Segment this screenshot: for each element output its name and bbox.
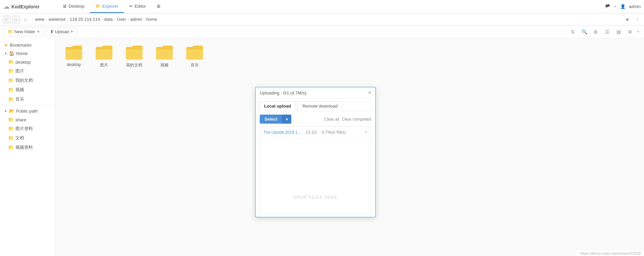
breadcrumb-home[interactable]: home xyxy=(146,17,157,22)
file-item-videos[interactable]: 视频 xyxy=(153,45,176,68)
breadcrumb-www[interactable]: www xyxy=(35,17,44,22)
home-button[interactable]: ⌂ xyxy=(21,15,30,23)
view-detail-icon[interactable]: ▤ xyxy=(614,27,623,37)
tab-explorer[interactable]: 📁 Explorer xyxy=(90,0,124,13)
flag-icon[interactable]: 🏴 xyxy=(605,4,610,9)
folder-icon: 📁 xyxy=(8,68,14,74)
sep4: › xyxy=(114,17,115,22)
breadcrumb-admin[interactable]: admin xyxy=(130,17,142,22)
explorer-icon: 📁 xyxy=(95,4,101,9)
sidebar-public[interactable]: ▼ 📂 Public path xyxy=(0,107,55,115)
sidebar-home[interactable]: ▼ 🏠 Home xyxy=(0,49,55,58)
status-bar: https://dizny.cnats.net/session/23318 xyxy=(577,251,644,256)
folder-icon-large xyxy=(125,45,143,60)
view-grid-icon[interactable]: ⊞ xyxy=(591,27,600,37)
sidebar-item-share[interactable]: 📁 share xyxy=(0,115,55,124)
sidebar-item-videos[interactable]: 📁 视频 xyxy=(0,85,55,94)
top-nav: ☁ KodExplorer 🖥 Desktop 📁 Explorer ✏ Edi… xyxy=(0,0,644,13)
sidebar: ★ Bookmarks ▼ 🏠 Home 📁 desktop 📁 图片 📁 我的… xyxy=(0,38,55,256)
app-name: KodExplorer xyxy=(11,4,40,9)
sidebar-bookmarks[interactable]: ★ Bookmarks xyxy=(0,41,55,49)
home-label: Home xyxy=(16,51,28,56)
upload-dialog: Uploading : 0/1 (4.7M/s) × Local upload … xyxy=(255,87,376,217)
new-folder-icon: 📁 xyxy=(8,29,13,34)
public-label: Public path xyxy=(16,109,38,114)
status-url: https://dizny.cnats.net/session/23318 xyxy=(580,251,641,255)
item-label: 视频 xyxy=(15,87,24,93)
tab-editor-label: Editor xyxy=(135,4,146,9)
file-item-desktop[interactable]: desktop xyxy=(62,45,86,68)
file-item-music[interactable]: 音乐 xyxy=(183,45,206,68)
file-name: desktop xyxy=(67,62,81,67)
settings-icon[interactable]: ⚙ xyxy=(625,27,635,37)
user-icon: 👤 xyxy=(620,4,626,9)
breadcrumb-user[interactable]: User xyxy=(117,17,126,22)
up-icon[interactable]: ↑ xyxy=(633,15,641,23)
file-list: The.Upside.2019.1080p.A... 13.1G 0.7%(4.… xyxy=(260,126,371,213)
upload-caret: ▼ xyxy=(70,30,73,34)
sort-icon[interactable]: ⇅ xyxy=(568,27,578,37)
breadcrumb: www › wwwroot › 118.25.114.114 › data › … xyxy=(35,17,622,22)
collapse-icon: ▼ xyxy=(4,109,7,113)
breadcrumb-data[interactable]: data xyxy=(104,17,113,22)
sidebar-item-desktop[interactable]: 📁 desktop xyxy=(0,58,55,66)
dialog-tabs: Local upload Remote download xyxy=(256,99,375,111)
bookmarks-label: Bookmarks xyxy=(10,43,32,48)
folder-icon: 📁 xyxy=(8,97,14,102)
sep3: › xyxy=(101,17,103,22)
file-item-pictures[interactable]: 图片 xyxy=(92,45,116,68)
username[interactable]: admin xyxy=(629,4,641,9)
item-label: share xyxy=(15,117,27,122)
new-folder-button[interactable]: 📁 New folder ▼ xyxy=(4,27,44,36)
file-list-size: 13.1G xyxy=(306,130,319,135)
view-list-icon[interactable]: ☰ xyxy=(602,27,612,37)
toolbar: 📁 New folder ▼ ⬆ Upload ▼ ⇅ 🔍 ⊞ ☰ ▤ ⚙ ▼ xyxy=(0,25,644,38)
sidebar-item-music[interactable]: 📁 音乐 xyxy=(0,94,55,104)
upload-button[interactable]: ⬆ Upload ▼ xyxy=(46,27,77,36)
sidebar-item-picdata[interactable]: 📁 图片资料 xyxy=(0,124,55,133)
tab-apps[interactable]: ⊞ xyxy=(151,0,166,13)
file-grid: desktop 图片 我的文档 xyxy=(62,45,637,68)
file-item-documents[interactable]: 我的文档 xyxy=(122,45,146,68)
clear-completed-link[interactable]: Clear completed xyxy=(342,117,371,122)
select-dropdown-button[interactable]: ▼ xyxy=(282,115,291,124)
search-icon[interactable]: 🔍 xyxy=(580,27,589,37)
tab-local-upload[interactable]: Local upload xyxy=(259,101,296,111)
tab-desktop[interactable]: 🖥 Desktop xyxy=(57,0,90,13)
sidebar-item-documents[interactable]: 📁 我的文档 xyxy=(0,76,55,85)
folder-icon-large xyxy=(155,45,174,60)
folder-icon: 📁 xyxy=(8,135,14,141)
file-name: 音乐 xyxy=(191,62,199,68)
remove-file-button[interactable]: × xyxy=(364,129,367,135)
breadcrumb-wwwroot[interactable]: wwwroot xyxy=(49,17,66,22)
forward-button[interactable]: › xyxy=(12,15,20,23)
sidebar-item-videodata[interactable]: 📁 视频资料 xyxy=(0,143,55,152)
select-button[interactable]: Select xyxy=(260,115,282,124)
tab-editor[interactable]: ✏ Editor xyxy=(124,0,151,13)
sidebar-item-pictures[interactable]: 📁 图片 xyxy=(0,66,55,76)
tab-remote-download[interactable]: Remote download xyxy=(297,101,343,111)
sep1: › xyxy=(46,17,47,22)
address-bar: ‹ › ⌂ › www › wwwroot › 118.25.114.114 ›… xyxy=(0,13,644,25)
file-list-progress: 0.7%(4.7M/s) xyxy=(322,130,361,135)
item-label: 音乐 xyxy=(15,96,24,102)
bookmark-icon[interactable]: ★ xyxy=(623,15,631,23)
action-links: Clear all Clear completed xyxy=(325,117,371,122)
dialog-header: Uploading : 0/1 (4.7M/s) × xyxy=(256,87,375,99)
dialog-close-button[interactable]: × xyxy=(368,90,371,95)
sidebar-item-docs[interactable]: 📁 文档 xyxy=(0,133,55,143)
sep6: › xyxy=(143,17,145,22)
clear-all-link[interactable]: Clear all xyxy=(325,117,339,122)
folder-icon: 📁 xyxy=(8,87,14,92)
cloud-icon: ☁ xyxy=(3,3,9,10)
file-name: 图片 xyxy=(100,62,108,68)
breadcrumb-sep-0: › xyxy=(32,17,33,22)
file-list-name[interactable]: The.Upside.2019.1080p.A... xyxy=(263,130,303,135)
toolbar-right: ⇅ 🔍 ⊞ ☰ ▤ ⚙ ▼ xyxy=(568,27,640,37)
breadcrumb-ip[interactable]: 118.25.114.114 xyxy=(70,17,100,22)
desktop-icon: 🖥 xyxy=(62,4,67,9)
tab-explorer-label: Explorer xyxy=(102,4,118,9)
tab-desktop-label: Desktop xyxy=(68,4,85,9)
back-button[interactable]: ‹ xyxy=(3,15,11,23)
folder-icon: 📁 xyxy=(8,117,14,122)
